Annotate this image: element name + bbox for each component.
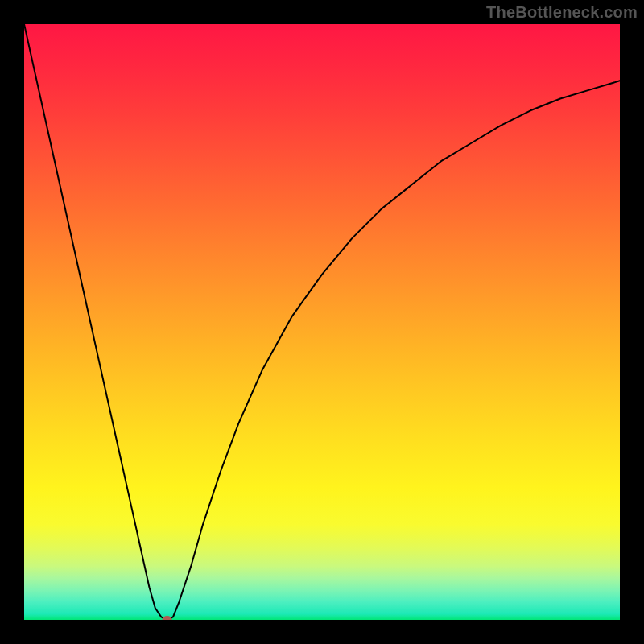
- watermark-text: TheBottleneck.com: [486, 3, 638, 22]
- plot-area: [24, 24, 620, 620]
- optimal-point-marker: [163, 616, 172, 620]
- chart-frame: TheBottleneck.com: [0, 0, 644, 644]
- bottleneck-curve: [24, 24, 620, 620]
- chart-svg: [24, 24, 620, 620]
